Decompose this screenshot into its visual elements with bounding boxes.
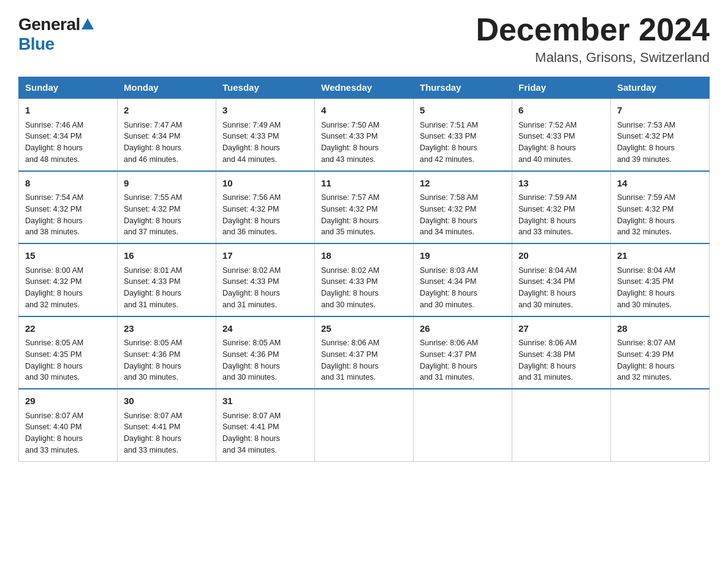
- daylight-label: Daylight: 8 hours: [321, 289, 379, 297]
- sunset-label: Sunset: 4:32 PM: [518, 205, 575, 213]
- day-number: 12: [420, 177, 506, 191]
- day-number: 14: [617, 177, 703, 191]
- calendar-cell: 22Sunrise: 8:05 AMSunset: 4:35 PMDayligh…: [19, 316, 118, 389]
- calendar-cell: 10Sunrise: 7:56 AMSunset: 4:32 PMDayligh…: [216, 171, 315, 244]
- sunrise-label: Sunrise: 7:53 AM: [617, 121, 675, 129]
- calendar-cell: [512, 389, 611, 461]
- daylight-label: Daylight: 8 hours: [617, 362, 675, 370]
- day-number: 5: [420, 104, 506, 118]
- calendar-cell: 27Sunrise: 8:06 AMSunset: 4:38 PMDayligh…: [512, 316, 611, 389]
- day-number: 25: [321, 322, 407, 336]
- day-number: 13: [518, 177, 604, 191]
- logo-flag-icon: [82, 18, 94, 29]
- sunset-label: Sunset: 4:33 PM: [420, 132, 476, 140]
- sunset-label: Sunset: 4:32 PM: [617, 205, 673, 213]
- day-number: 29: [25, 394, 111, 408]
- sunset-label: Sunset: 4:36 PM: [124, 350, 180, 359]
- sunrise-label: Sunrise: 7:59 AM: [617, 193, 675, 202]
- day-number: 30: [124, 394, 210, 408]
- calendar-cell: 31Sunrise: 8:07 AMSunset: 4:41 PMDayligh…: [216, 389, 315, 461]
- daylight-label: Daylight: 8 hours: [124, 216, 181, 225]
- sunset-label: Sunset: 4:35 PM: [25, 350, 82, 359]
- daylight-label: Daylight: 8 hours: [222, 289, 280, 297]
- sunrise-label: Sunrise: 7:56 AM: [222, 193, 281, 202]
- header-saturday: Saturday: [611, 77, 710, 99]
- calendar-cell: 16Sunrise: 8:01 AMSunset: 4:33 PMDayligh…: [118, 243, 216, 316]
- sunset-label: Sunset: 4:33 PM: [124, 277, 180, 286]
- sunrise-label: Sunrise: 8:07 AM: [222, 412, 281, 420]
- calendar-cell: 18Sunrise: 8:02 AMSunset: 4:33 PMDayligh…: [315, 243, 414, 316]
- calendar-cell: 13Sunrise: 7:59 AMSunset: 4:32 PMDayligh…: [512, 171, 611, 244]
- sunrise-label: Sunrise: 8:01 AM: [124, 266, 182, 275]
- sunset-label: Sunset: 4:33 PM: [222, 277, 279, 286]
- daylight-minutes: and 40 minutes.: [518, 155, 573, 164]
- sunset-label: Sunset: 4:33 PM: [321, 277, 377, 286]
- daylight-label: Daylight: 8 hours: [124, 434, 181, 443]
- daylight-label: Daylight: 8 hours: [420, 144, 477, 152]
- sunset-label: Sunset: 4:32 PM: [25, 205, 82, 213]
- sunrise-label: Sunrise: 7:55 AM: [124, 193, 182, 202]
- daylight-minutes: and 44 minutes.: [222, 155, 277, 164]
- day-number: 21: [617, 249, 703, 263]
- header-wednesday: Wednesday: [315, 77, 414, 99]
- daylight-minutes: and 36 minutes.: [222, 228, 277, 236]
- daylight-minutes: and 30 minutes.: [124, 373, 178, 381]
- daylight-minutes: and 48 minutes.: [25, 155, 80, 164]
- daylight-label: Daylight: 8 hours: [420, 289, 477, 297]
- day-number: 2: [124, 104, 210, 118]
- day-number: 9: [124, 177, 210, 191]
- calendar-cell: 15Sunrise: 8:00 AMSunset: 4:32 PMDayligh…: [19, 243, 118, 316]
- sunrise-label: Sunrise: 8:07 AM: [25, 412, 83, 420]
- daylight-label: Daylight: 8 hours: [25, 144, 83, 152]
- calendar-cell: 11Sunrise: 7:57 AMSunset: 4:32 PMDayligh…: [315, 171, 414, 244]
- calendar-cell: 2Sunrise: 7:47 AMSunset: 4:34 PMDaylight…: [118, 98, 216, 171]
- daylight-minutes: and 35 minutes.: [321, 228, 376, 236]
- daylight-minutes: and 34 minutes.: [420, 228, 474, 236]
- daylight-label: Daylight: 8 hours: [222, 434, 280, 443]
- calendar-cell: 14Sunrise: 7:59 AMSunset: 4:32 PMDayligh…: [611, 171, 710, 244]
- day-number: 1: [25, 104, 111, 118]
- header-tuesday: Tuesday: [216, 77, 315, 99]
- daylight-minutes: and 30 minutes.: [25, 373, 80, 381]
- sunrise-label: Sunrise: 7:50 AM: [321, 121, 379, 129]
- calendar-cell: 19Sunrise: 8:03 AMSunset: 4:34 PMDayligh…: [414, 243, 512, 316]
- day-number: 19: [420, 249, 506, 263]
- sunrise-label: Sunrise: 8:05 AM: [124, 339, 182, 347]
- calendar-cell: 7Sunrise: 7:53 AMSunset: 4:32 PMDaylight…: [611, 98, 710, 171]
- daylight-label: Daylight: 8 hours: [518, 144, 576, 152]
- day-number: 22: [25, 322, 111, 336]
- sunrise-label: Sunrise: 8:06 AM: [420, 339, 478, 347]
- sunrise-label: Sunrise: 8:04 AM: [518, 266, 577, 275]
- sunrise-label: Sunrise: 7:46 AM: [25, 121, 83, 129]
- sunrise-label: Sunrise: 7:59 AM: [518, 193, 577, 202]
- calendar-cell: 6Sunrise: 7:52 AMSunset: 4:33 PMDaylight…: [512, 98, 611, 171]
- sunrise-label: Sunrise: 7:49 AM: [222, 121, 281, 129]
- logo-general-text: General: [18, 15, 94, 34]
- calendar-cell: [315, 389, 414, 461]
- sunset-label: Sunset: 4:34 PM: [124, 132, 180, 140]
- sunset-label: Sunset: 4:33 PM: [222, 132, 279, 140]
- days-header-row: Sunday Monday Tuesday Wednesday Thursday…: [19, 77, 710, 99]
- daylight-minutes: and 32 minutes.: [617, 373, 672, 381]
- calendar-cell: [414, 389, 512, 461]
- title-section: December 2024 Malans, Grisons, Switzerla…: [476, 12, 710, 66]
- daylight-label: Daylight: 8 hours: [25, 362, 83, 370]
- daylight-minutes: and 33 minutes.: [25, 446, 80, 454]
- sunrise-label: Sunrise: 8:05 AM: [222, 339, 281, 347]
- calendar-cell: 5Sunrise: 7:51 AMSunset: 4:33 PMDaylight…: [414, 98, 512, 171]
- sunrise-label: Sunrise: 7:57 AM: [321, 193, 379, 202]
- day-number: 7: [617, 104, 703, 118]
- calendar-cell: [611, 389, 710, 461]
- daylight-minutes: and 30 minutes.: [321, 301, 376, 309]
- sunrise-label: Sunrise: 8:06 AM: [321, 339, 379, 347]
- sunset-label: Sunset: 4:34 PM: [420, 277, 476, 286]
- daylight-label: Daylight: 8 hours: [518, 216, 576, 225]
- day-number: 10: [222, 177, 308, 191]
- sunset-label: Sunset: 4:32 PM: [420, 205, 476, 213]
- sunrise-label: Sunrise: 7:52 AM: [518, 121, 577, 129]
- daylight-label: Daylight: 8 hours: [617, 144, 675, 152]
- daylight-minutes: and 30 minutes.: [222, 373, 277, 381]
- sunset-label: Sunset: 4:37 PM: [321, 350, 377, 359]
- daylight-label: Daylight: 8 hours: [617, 289, 675, 297]
- daylight-label: Daylight: 8 hours: [321, 144, 379, 152]
